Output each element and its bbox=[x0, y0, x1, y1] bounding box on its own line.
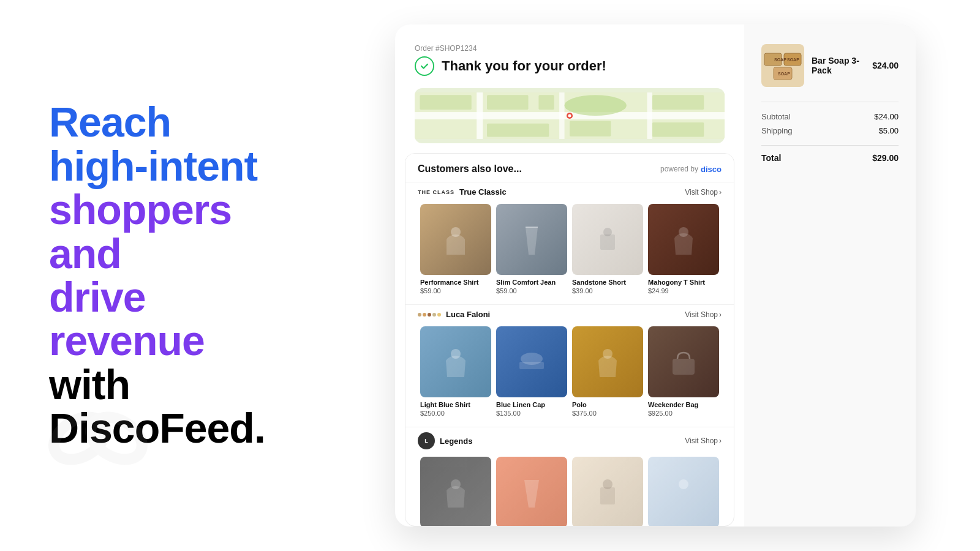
brand-row-true-classic: THE CLASS True Classic Visit Shop › bbox=[405, 182, 734, 201]
product-name: Sandstone Short bbox=[572, 279, 643, 286]
disco-logo: disco bbox=[701, 165, 722, 174]
summary-product-name: Bar Soap 3-Pack bbox=[812, 56, 865, 75]
summary-divider bbox=[761, 102, 899, 102]
summary-product-price: $24.00 bbox=[872, 61, 899, 70]
customers-header: Customers also love... powered by disco bbox=[405, 154, 734, 182]
product-item[interactable]: Blue Linen Cap $135.00 bbox=[494, 324, 570, 419]
summary-shipping-line: Shipping $5.00 bbox=[761, 126, 899, 135]
customers-section: Customers also love... powered by disco … bbox=[405, 153, 734, 527]
visit-shop-true-classic[interactable]: Visit Shop › bbox=[685, 188, 722, 197]
map-area bbox=[415, 88, 725, 143]
summary-subtotal-line: Subtotal $24.00 bbox=[761, 112, 899, 121]
product-name: Mahogony T Shirt bbox=[648, 279, 719, 286]
device-main: Order #SHOP1234 Thank you for your order… bbox=[395, 24, 744, 527]
svg-rect-19 bbox=[600, 234, 615, 250]
svg-rect-23 bbox=[519, 362, 544, 369]
svg-point-1 bbox=[83, 408, 149, 468]
luca-logo-icon bbox=[418, 313, 441, 317]
product-image bbox=[572, 457, 643, 527]
order-number: Order #SHOP1234 bbox=[415, 44, 725, 53]
order-thank-you: Thank you for your order! bbox=[415, 56, 725, 76]
shipping-value: $5.00 bbox=[878, 126, 899, 135]
product-image bbox=[496, 326, 567, 397]
product-image bbox=[648, 326, 719, 397]
brand-info-legends: L Legends bbox=[418, 432, 472, 449]
chain-decoration-icon bbox=[37, 377, 159, 500]
svg-text:SOAP: SOAP bbox=[774, 58, 786, 62]
product-thumbnail: SOAP SOAP SOAP bbox=[761, 44, 804, 87]
svg-rect-13 bbox=[652, 122, 704, 137]
product-item[interactable] bbox=[570, 454, 646, 527]
product-price: $375.00 bbox=[572, 410, 643, 417]
product-name: Slim Comfort Jean bbox=[496, 279, 567, 286]
shipping-label: Shipping bbox=[761, 126, 793, 135]
product-item[interactable]: Light Blue Shirt $250.00 bbox=[418, 324, 494, 419]
thank-you-text: Thank you for your order! bbox=[442, 58, 606, 74]
product-item[interactable] bbox=[494, 454, 570, 527]
visit-shop-luca[interactable]: Visit Shop › bbox=[685, 310, 722, 319]
brand-row-legends: L Legends Visit Shop › bbox=[405, 427, 734, 454]
svg-rect-28 bbox=[600, 487, 615, 504]
svg-rect-11 bbox=[570, 121, 611, 136]
headline-reach: Reach bbox=[49, 99, 171, 145]
brand-logo-true-classic: THE CLASS bbox=[418, 189, 454, 195]
svg-point-16 bbox=[568, 114, 571, 117]
brand-row-luca-faloni: Luca Faloni Visit Shop › bbox=[405, 304, 734, 324]
product-price: $24.99 bbox=[648, 287, 719, 294]
product-item[interactable]: Polo $375.00 bbox=[570, 324, 646, 419]
product-name: Polo bbox=[572, 401, 643, 408]
product-item[interactable] bbox=[646, 454, 722, 527]
customers-title: Customers also love... bbox=[418, 163, 522, 174]
product-name: Light Blue Shirt bbox=[420, 401, 491, 408]
product-image bbox=[572, 204, 643, 275]
order-header: Order #SHOP1234 Thank you for your order… bbox=[395, 24, 744, 88]
product-price: $59.00 bbox=[496, 287, 567, 294]
svg-point-14 bbox=[565, 95, 627, 116]
product-item[interactable] bbox=[418, 454, 494, 527]
legends-badge-icon: L bbox=[418, 432, 435, 449]
brand-info-luca: Luca Faloni bbox=[418, 310, 490, 319]
product-name: Weekender Bag bbox=[648, 401, 719, 408]
subtotal-label: Subtotal bbox=[761, 112, 791, 121]
product-price: $39.00 bbox=[572, 287, 643, 294]
total-label: Total bbox=[761, 153, 781, 163]
product-image bbox=[496, 204, 567, 275]
summary-product: SOAP SOAP SOAP Bar Soap 3-Pack $24.00 bbox=[761, 44, 899, 87]
brand-name-legends: Legends bbox=[440, 437, 472, 446]
product-item[interactable]: Performance Shirt $59.00 bbox=[418, 201, 494, 297]
left-panel: Reach high-intent shoppers and drive rev… bbox=[0, 64, 343, 487]
product-item[interactable]: Slim Comfort Jean $59.00 bbox=[494, 201, 570, 297]
product-item[interactable]: Sandstone Short $39.00 bbox=[570, 201, 646, 297]
svg-text:SOAP: SOAP bbox=[778, 72, 790, 76]
product-image bbox=[420, 326, 491, 397]
brand-info: THE CLASS True Classic bbox=[418, 187, 507, 197]
product-details: Bar Soap 3-Pack bbox=[812, 56, 865, 75]
powered-by: powered by disco bbox=[660, 165, 722, 174]
svg-rect-12 bbox=[652, 95, 704, 110]
products-grid-true-classic: Performance Shirt $59.00 Slim Comfort Je… bbox=[405, 201, 734, 304]
product-price: $135.00 bbox=[496, 410, 567, 417]
svg-text:SOAP: SOAP bbox=[787, 58, 799, 62]
headline-high-intent: high-intent bbox=[49, 143, 257, 189]
product-image bbox=[648, 457, 719, 527]
brand-name-true-classic: True Classic bbox=[459, 187, 507, 197]
svg-rect-9 bbox=[538, 95, 554, 110]
product-image bbox=[648, 204, 719, 275]
device-frame: Order #SHOP1234 Thank you for your order… bbox=[395, 24, 916, 527]
svg-rect-6 bbox=[647, 92, 652, 139]
subtotal-value: $24.00 bbox=[874, 112, 899, 121]
product-image bbox=[420, 457, 491, 527]
product-item[interactable]: Mahogony T Shirt $24.99 bbox=[646, 201, 722, 297]
svg-rect-4 bbox=[477, 92, 483, 139]
product-image bbox=[420, 204, 491, 275]
product-name: Performance Shirt bbox=[420, 279, 491, 286]
svg-rect-5 bbox=[559, 92, 564, 139]
product-price: $59.00 bbox=[420, 287, 491, 294]
svg-rect-10 bbox=[487, 124, 549, 137]
visit-shop-legends[interactable]: Visit Shop › bbox=[685, 437, 722, 445]
products-grid-legends bbox=[405, 454, 734, 527]
order-summary-panel: SOAP SOAP SOAP Bar Soap 3-Pack $24.00 Su… bbox=[744, 24, 916, 527]
total-value: $29.00 bbox=[872, 153, 899, 163]
summary-total-line: Total $29.00 bbox=[761, 145, 899, 163]
product-item[interactable]: Weekender Bag $925.00 bbox=[646, 324, 722, 419]
